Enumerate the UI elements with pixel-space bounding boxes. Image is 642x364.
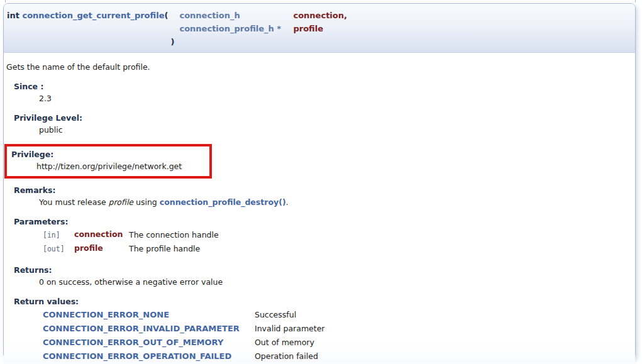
return-values-table: CONNECTION_ERROR_NONE Successful CONNECT… bbox=[39, 308, 345, 364]
parameters-table-wrap: [in] connection The connection handle [o… bbox=[39, 228, 633, 256]
param-description: The profile handle bbox=[128, 242, 219, 256]
previous-section-edge-right bbox=[635, 0, 636, 3]
param-name: connection bbox=[70, 228, 128, 242]
return-type: int bbox=[7, 11, 19, 20]
parameters-label: Parameters: bbox=[14, 216, 633, 227]
returns-label: Returns: bbox=[14, 265, 633, 275]
function-name-link[interactable]: connection_get_current_profile bbox=[22, 11, 164, 20]
signature-name-cell: int connection_get_current_profile bbox=[7, 9, 164, 22]
since-label: Since : bbox=[14, 81, 633, 92]
privilege-level-value: public bbox=[39, 124, 633, 135]
return-values-table-wrap: CONNECTION_ERROR_NONE Successful CONNECT… bbox=[39, 308, 633, 364]
since-value: 2.3 bbox=[39, 93, 633, 104]
param-direction: [in] bbox=[39, 228, 70, 242]
returns-section: Returns: 0 on success, otherwise a negat… bbox=[14, 265, 633, 287]
parameters-section: Parameters: [in] connection The connecti… bbox=[14, 216, 633, 256]
param-type-link-connection-h[interactable]: connection_h bbox=[179, 11, 240, 20]
privilege-highlight-box: Privilege: http://tizen.org/privilege/ne… bbox=[4, 144, 212, 179]
param-name-cell: profile bbox=[293, 22, 346, 35]
error-code-description: Out of memory bbox=[251, 336, 345, 350]
error-code-link[interactable]: CONNECTION_ERROR_INVALID_PARAMETER bbox=[43, 324, 240, 333]
param-type-cell: connection_profile_h * bbox=[179, 22, 293, 35]
param-direction: [out] bbox=[39, 242, 70, 256]
error-code-link[interactable]: CONNECTION_ERROR_OUT_OF_MEMORY bbox=[43, 338, 223, 347]
return-value-row: CONNECTION_ERROR_INVALID_PARAMETER Inval… bbox=[39, 322, 345, 336]
function-description: Gets the name of the default profile. bbox=[6, 62, 633, 72]
error-code-description: Operation failed bbox=[251, 350, 345, 363]
signature-table: int connection_get_current_profile ( con… bbox=[7, 9, 347, 48]
since-section: Since : 2.3 bbox=[14, 81, 633, 104]
parameters-table: [in] connection The connection handle [o… bbox=[39, 228, 219, 256]
error-code-link[interactable]: CONNECTION_ERROR_OPERATION_FAILED bbox=[43, 351, 231, 361]
param-name-cell: connection, bbox=[293, 9, 346, 22]
return-value-row: CONNECTION_ERROR_OUT_OF_MEMORY Out of me… bbox=[39, 336, 345, 350]
param-type-cell: connection_h bbox=[179, 9, 293, 22]
remarks-section: Remarks: You must release profile using … bbox=[14, 185, 633, 207]
function-doc-body: Gets the name of the default profile. Si… bbox=[4, 53, 635, 364]
parameter-row: [out] profile The profile handle bbox=[39, 242, 219, 256]
error-code-description: Successful bbox=[251, 308, 345, 322]
remarks-text: You must release profile using connectio… bbox=[39, 197, 633, 207]
privilege-level-section: Privilege Level: public bbox=[14, 113, 633, 135]
function-signature-header: int connection_get_current_profile ( con… bbox=[4, 4, 635, 53]
close-paren: ) bbox=[164, 35, 179, 48]
open-paren: ( bbox=[164, 9, 179, 22]
return-values-section: Return values: CONNECTION_ERROR_NONE Suc… bbox=[14, 296, 633, 364]
return-values-label: Return values: bbox=[14, 296, 633, 307]
return-value-row: CONNECTION_ERROR_NONE Successful bbox=[39, 308, 345, 322]
returns-value: 0 on success, otherwise a negative error… bbox=[39, 277, 633, 287]
return-value-row: CONNECTION_ERROR_OPERATION_FAILED Operat… bbox=[39, 350, 345, 363]
remarks-italic-term: profile bbox=[109, 197, 133, 207]
privilege-url: http://tizen.org/privilege/network.get bbox=[36, 161, 209, 172]
param-name: profile bbox=[70, 242, 128, 256]
error-code-description: Invalid parameter bbox=[251, 322, 345, 336]
parameter-row: [in] connection The connection handle bbox=[39, 228, 219, 242]
param-description: The connection handle bbox=[128, 228, 219, 242]
function-doc-card: int connection_get_current_profile ( con… bbox=[3, 3, 636, 359]
destroy-function-link[interactable]: connection_profile_destroy() bbox=[160, 197, 286, 207]
privilege-level-label: Privilege Level: bbox=[14, 113, 633, 123]
privilege-label: Privilege: bbox=[11, 149, 209, 160]
param-type-link-connection-profile-h[interactable]: connection_profile_h * bbox=[179, 24, 281, 33]
remarks-label: Remarks: bbox=[14, 185, 633, 196]
privilege-section: Privilege: http://tizen.org/privilege/ne… bbox=[11, 149, 209, 172]
error-code-link[interactable]: CONNECTION_ERROR_NONE bbox=[43, 310, 169, 319]
previous-section-edge-left bbox=[5, 0, 6, 3]
